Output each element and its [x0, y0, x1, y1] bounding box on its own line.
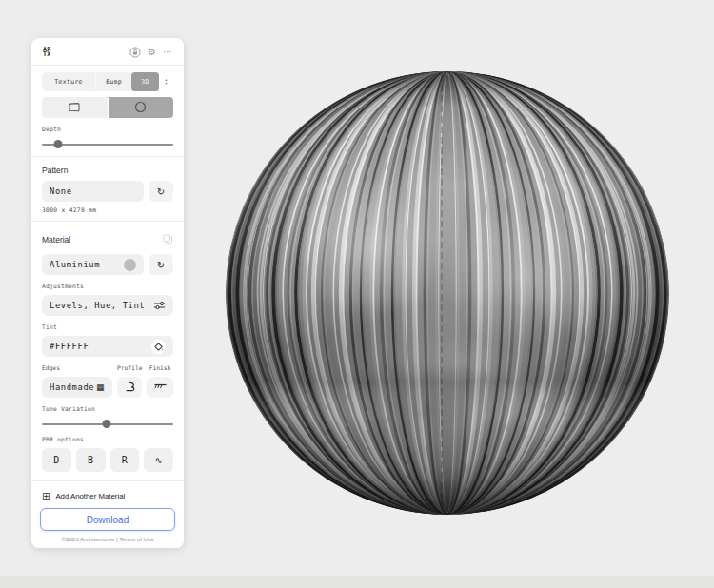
tone-variation-slider[interactable] [42, 420, 173, 428]
tint-value: #FFFFFF [50, 342, 89, 351]
copyright-text: ©2023 Architextures | Terms of Use [40, 536, 175, 542]
tint-row: #FFFFFF [42, 336, 173, 357]
sphere-render [226, 71, 669, 515]
depth-slider-thumb[interactable] [53, 140, 62, 148]
plane-icon [67, 99, 82, 117]
spinner-down-icon: ▾ [165, 82, 168, 86]
divider [31, 65, 184, 66]
pattern-dimensions: 3000 x 4278 mm [42, 206, 173, 213]
architextures-logo: AR TX [43, 48, 50, 58]
tab-texture[interactable]: Texture [42, 72, 95, 91]
pattern-heading: Pattern [42, 166, 173, 175]
material-value: Aluminium [50, 260, 100, 269]
refresh-icon: ↻ [157, 260, 165, 270]
shape-sphere-button[interactable] [109, 97, 174, 118]
pbr-diffuse-button[interactable]: D [42, 448, 71, 472]
divider [31, 480, 184, 481]
profile-label: Profile [117, 364, 142, 371]
adjustments-select[interactable]: Levels, Hue, Tint [42, 295, 173, 316]
edges-row: Handmade ▦ [42, 377, 173, 398]
header-icons: ⚙ ⋯ [129, 47, 172, 58]
edges-select[interactable]: Handmade ▦ [42, 377, 112, 398]
material-swatch[interactable] [124, 259, 136, 271]
add-another-material-button[interactable]: ⊞ Add Another Material [42, 491, 173, 501]
edges-label: Edges [42, 364, 117, 371]
depth-label: Depth [42, 126, 173, 132]
settings-gear-icon[interactable]: ⚙ [148, 48, 156, 57]
tone-variation-label: Tone Variation [42, 405, 173, 412]
tab-bump[interactable]: Bump [95, 72, 131, 91]
add-icon: ⊞ [42, 491, 50, 501]
panel-header: AR TX ⚙ ⋯ [31, 38, 184, 65]
pattern-select[interactable]: None [42, 181, 144, 202]
editor-panel: AR TX ⚙ ⋯ Texture [31, 38, 184, 548]
tab-spinner[interactable]: ▴ ▾ [159, 72, 173, 91]
depth-slider[interactable] [42, 140, 173, 148]
material-heading: Material [42, 235, 70, 245]
profile-curve-icon [123, 380, 136, 396]
app-stage: AR TX ⚙ ⋯ Texture [0, 0, 714, 588]
material-refresh-button[interactable]: ↻ [149, 254, 173, 275]
finish-surface-icon [153, 382, 168, 394]
divider [31, 221, 184, 222]
panel-footer: Download ©2023 Architextures | Terms of … [31, 501, 184, 548]
preview-shape-toggle [42, 97, 173, 118]
material-select[interactable]: Aluminium [42, 254, 144, 275]
finish-label: Finish [147, 364, 173, 371]
edges-labels-row: Edges Profile Finish [42, 364, 173, 371]
pattern-row: None ↻ [42, 181, 173, 202]
mode-tabbar: Texture Bump 3D ▴ ▾ [42, 72, 173, 91]
more-menu-icon[interactable]: ⋯ [163, 48, 172, 57]
sphere-icon [134, 99, 147, 117]
edges-value: Handmade [50, 382, 94, 392]
pbr-roughness-button[interactable]: R [110, 448, 140, 472]
pbr-normal-wave-button[interactable]: ∿ [144, 448, 173, 472]
profile-button[interactable] [117, 377, 142, 398]
divider [31, 156, 184, 157]
pbr-bump-button[interactable]: B [76, 448, 106, 472]
adjustments-label: Adjustments [42, 283, 173, 289]
tint-label: Tint [42, 323, 173, 330]
shape-plane-button[interactable] [42, 97, 108, 118]
material-preview-sphere[interactable] [226, 71, 669, 515]
material-heading-row: Material [42, 230, 173, 248]
tab-3d[interactable]: 3D [131, 72, 159, 91]
tint-input[interactable]: #FFFFFF [42, 336, 173, 357]
pbr-options-label: PBR options [42, 436, 173, 442]
copy-material-icon[interactable] [163, 230, 173, 248]
brick-icon: ▦ [96, 382, 105, 392]
adjustments-row: Levels, Hue, Tint [42, 295, 173, 316]
tone-slider-thumb[interactable] [102, 420, 110, 428]
floor-shadow [0, 576, 714, 588]
pattern-refresh-button[interactable]: ↻ [149, 181, 173, 202]
adjustments-value: Levels, Hue, Tint [50, 301, 145, 310]
fill-bucket-icon[interactable] [151, 340, 166, 354]
finish-button[interactable] [147, 377, 173, 398]
pbr-options-row: D B R ∿ [42, 448, 173, 472]
panel-content: AR TX ⚙ ⋯ Texture [31, 38, 184, 548]
refresh-icon: ↻ [157, 186, 165, 197]
add-material-label: Add Another Material [55, 492, 125, 500]
sliders-icon [153, 301, 166, 310]
logo-line-2: TX [43, 52, 50, 58]
material-row: Aluminium ↻ [42, 254, 173, 275]
lock-circle-icon[interactable] [129, 47, 141, 58]
download-button[interactable]: Download [40, 508, 175, 531]
